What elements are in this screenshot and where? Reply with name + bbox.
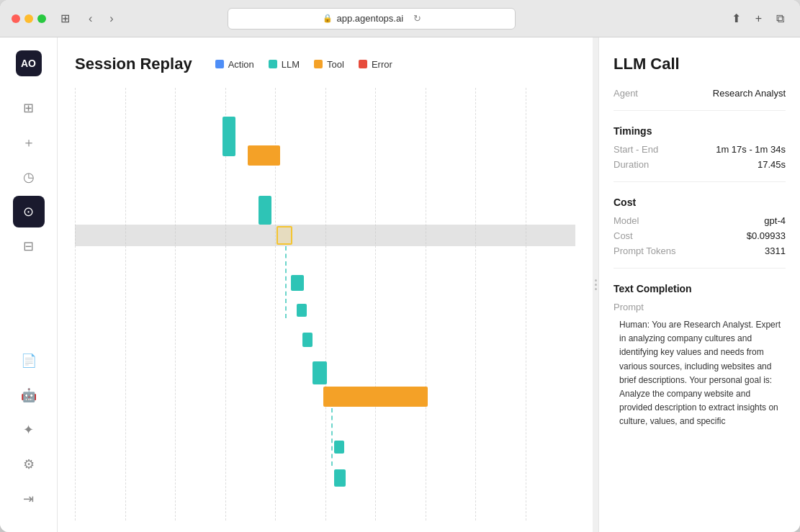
right-panel: LLM Call Agent Research Analyst Timings … bbox=[598, 37, 800, 532]
legend-item-action: Action bbox=[215, 59, 254, 70]
share-button[interactable]: ⬆ bbox=[727, 9, 745, 28]
sidebar-item-logout[interactable]: ⇥ bbox=[13, 483, 45, 515]
sidebar-item-sun[interactable]: ✦ bbox=[13, 414, 45, 446]
app-body: AO ⊞ ＋ ◷ ⊙ ⊟ 📄 bbox=[0, 37, 800, 532]
replay-header: Session Replay Action LLM Tool bbox=[75, 55, 575, 73]
model-label: Model bbox=[614, 215, 639, 226]
sun-icon: ✦ bbox=[23, 422, 34, 438]
reload-icon[interactable]: ↻ bbox=[413, 13, 421, 24]
grid-col-1 bbox=[75, 88, 125, 520]
timings-title: Timings bbox=[614, 125, 786, 137]
browser-window: ⊞ ‹ › 🔒 app.agentops.ai ↻ ⬆ + ⧉ AO ⊞ bbox=[0, 0, 800, 532]
panel-title: LLM Call bbox=[614, 55, 786, 73]
divider-2 bbox=[614, 181, 786, 182]
lock-icon: 🔒 bbox=[323, 14, 333, 23]
model-value: gpt-4 bbox=[764, 215, 786, 226]
sidebar-toggle-button[interactable]: ⊞ bbox=[55, 9, 76, 28]
resize-dot-1 bbox=[595, 279, 597, 281]
prompt-tokens-value: 3311 bbox=[765, 245, 786, 256]
sidebar-item-settings[interactable]: ⚙ bbox=[13, 448, 45, 480]
llm-label: LLM bbox=[282, 59, 300, 70]
cost-value: $0.09933 bbox=[747, 230, 786, 241]
main-content: Session Replay Action LLM Tool bbox=[58, 37, 593, 532]
chart-container[interactable] bbox=[75, 88, 575, 520]
logo-box: AO bbox=[16, 50, 42, 76]
cost-title: Cost bbox=[614, 197, 786, 208]
grid-col-2 bbox=[125, 88, 176, 520]
start-end-value: 1m 17s - 1m 34s bbox=[716, 144, 786, 155]
settings-icon: ⚙ bbox=[23, 456, 35, 472]
resize-dots bbox=[595, 279, 597, 290]
close-button[interactable] bbox=[12, 14, 20, 23]
bot-icon: 🤖 bbox=[21, 387, 37, 403]
toolbar-right: ⬆ + ⧉ bbox=[727, 9, 788, 28]
agent-value: Research Analyst bbox=[713, 88, 786, 99]
grid-col-10 bbox=[526, 88, 576, 520]
bar-llm-1[interactable] bbox=[223, 117, 235, 156]
sidebar-item-add[interactable]: ＋ bbox=[13, 127, 45, 158]
legend-item-llm: LLM bbox=[269, 59, 300, 70]
prompt-label: Prompt bbox=[614, 302, 786, 312]
divider-3 bbox=[614, 268, 786, 269]
duration-value: 17.45s bbox=[758, 159, 786, 170]
bar-tool-1[interactable] bbox=[248, 145, 280, 166]
bar-llm-4[interactable] bbox=[297, 304, 307, 317]
start-end-label: Start - End bbox=[614, 144, 658, 155]
tabs-button[interactable]: ⧉ bbox=[772, 9, 788, 28]
grid-col-8 bbox=[426, 88, 476, 520]
agent-label: Agent bbox=[614, 88, 638, 99]
table-icon: ⊟ bbox=[23, 238, 34, 254]
sidebar-item-bot[interactable]: 🤖 bbox=[13, 379, 45, 411]
dashed-line-1 bbox=[285, 246, 287, 318]
tool-label: Tool bbox=[327, 59, 344, 70]
bar-llm-7[interactable] bbox=[334, 441, 344, 454]
forward-button[interactable]: › bbox=[105, 9, 117, 28]
cost-row: Cost $0.09933 bbox=[614, 230, 786, 241]
sidebar-bottom: 📄 🤖 ✦ ⚙ ⇥ bbox=[13, 345, 45, 520]
legend-item-tool: Tool bbox=[314, 59, 344, 70]
bar-tool-2[interactable] bbox=[323, 387, 428, 407]
action-label: Action bbox=[228, 59, 254, 70]
bar-llm-3[interactable] bbox=[291, 275, 304, 291]
logo: AO bbox=[14, 49, 43, 78]
session-replay-area: Session Replay Action LLM Tool bbox=[58, 37, 593, 532]
search-icon: ⊙ bbox=[23, 204, 34, 220]
bar-llm-5[interactable] bbox=[302, 333, 313, 347]
traffic-lights bbox=[12, 14, 46, 23]
resize-handle[interactable] bbox=[593, 37, 598, 532]
doc-icon: 📄 bbox=[21, 353, 37, 369]
cost-label: Cost bbox=[614, 230, 633, 241]
sidebar-item-doc[interactable]: 📄 bbox=[13, 345, 45, 377]
bar-llm-2[interactable] bbox=[259, 196, 271, 225]
start-end-row: Start - End 1m 17s - 1m 34s bbox=[614, 144, 786, 155]
error-label: Error bbox=[372, 59, 392, 70]
selected-marker[interactable] bbox=[277, 226, 292, 245]
sidebar-item-grid[interactable]: ⊞ bbox=[13, 92, 45, 124]
divider-1 bbox=[614, 110, 786, 111]
url-bar[interactable]: 🔒 app.agentops.ai ↻ bbox=[228, 8, 516, 30]
sidebar-item-search[interactable]: ⊙ bbox=[13, 196, 45, 227]
prompt-text: Human: You are Research Analyst. Expert … bbox=[614, 318, 786, 429]
back-button[interactable]: ‹ bbox=[84, 9, 96, 28]
logo-text: AO bbox=[21, 58, 36, 69]
prompt-tokens-row: Prompt Tokens 3311 bbox=[614, 245, 786, 256]
model-row: Model gpt-4 bbox=[614, 215, 786, 226]
new-tab-button[interactable]: + bbox=[751, 9, 766, 28]
bar-llm-8[interactable] bbox=[334, 469, 346, 487]
sidebar-item-clock[interactable]: ◷ bbox=[13, 161, 45, 193]
grid-icon: ⊞ bbox=[23, 100, 34, 116]
title-bar: ⊞ ‹ › 🔒 app.agentops.ai ↻ ⬆ + ⧉ bbox=[0, 0, 800, 37]
logout-icon: ⇥ bbox=[23, 491, 34, 507]
legend: Action LLM Tool Error bbox=[215, 59, 392, 70]
bar-llm-6[interactable] bbox=[313, 361, 327, 384]
tool-dot bbox=[314, 60, 323, 68]
chart-grid bbox=[75, 88, 575, 520]
text-completion-title: Text Completion bbox=[614, 283, 786, 294]
error-dot bbox=[359, 60, 367, 68]
grid-col-3 bbox=[175, 88, 225, 520]
sidebar-item-table[interactable]: ⊟ bbox=[13, 230, 45, 262]
minimize-button[interactable] bbox=[24, 14, 33, 23]
legend-item-error: Error bbox=[359, 59, 392, 70]
add-icon: ＋ bbox=[22, 134, 35, 151]
maximize-button[interactable] bbox=[37, 14, 46, 23]
